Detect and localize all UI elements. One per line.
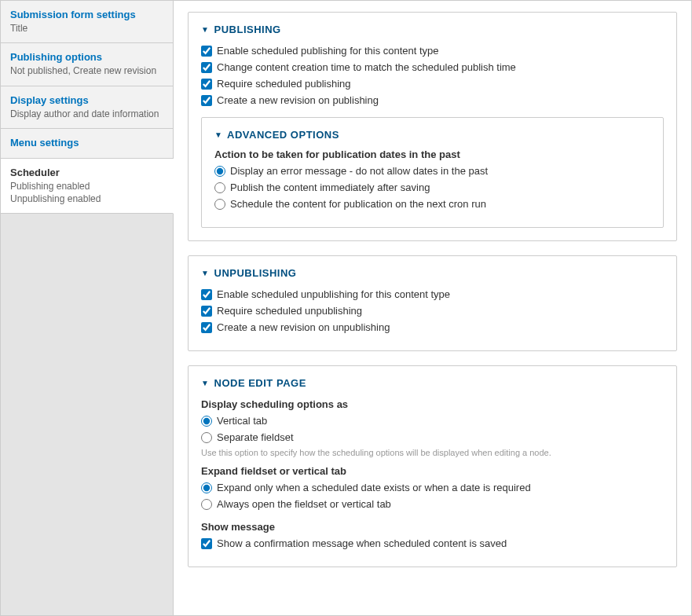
legend-text: PUBLISHING [214,24,281,35]
label-publish-revision[interactable]: Create a new revision on publishing [217,94,379,106]
checkbox-unpublish-revision[interactable] [201,322,212,333]
tab-content-scheduler: ▼ PUBLISHING Enable scheduled publishing… [174,1,691,615]
label-expand: Expand fieldset or vertical tab [201,465,664,477]
fieldset-legend-publishing[interactable]: ▼ PUBLISHING [201,24,664,35]
label-past-schedule-cron[interactable]: Schedule the content for publication on … [230,198,486,210]
legend-text: ADVANCED OPTIONS [227,129,339,141]
label-display-options: Display scheduling options as [201,398,664,410]
label-display-fieldset[interactable]: Separate fieldset [217,431,294,443]
radio-past-publish-now[interactable] [214,182,225,193]
triangle-down-icon: ▼ [201,379,209,387]
tab-title: Scheduler [10,167,163,180]
legend-text: UNPUBLISHING [214,267,297,279]
tab-display-settings[interactable]: Display settings Display author and date… [1,86,173,129]
tab-summary: Title [10,23,163,35]
label-publish-touch-time[interactable]: Change content creation time to match th… [217,61,516,73]
tab-title: Submission form settings [10,9,163,22]
label-unpublish-require[interactable]: Require scheduled unpublishing [217,305,362,317]
tab-summary: Not published, Create new revision [10,65,163,78]
fieldset-legend-advanced[interactable]: ▼ ADVANCED OPTIONS [214,129,650,141]
tab-scheduler[interactable]: Scheduler Publishing enabled Unpublishin… [1,159,174,214]
fieldset-node-edit-page: ▼ NODE EDIT PAGE Display scheduling opti… [188,365,677,567]
vertical-tabs-wrapper: Submission form settings Title Publishin… [0,0,692,616]
hint-display-options: Use this option to specify how the sched… [201,448,664,457]
label-unpublish-enable[interactable]: Enable scheduled unpublishing for this c… [217,288,450,300]
label-display-vertical-tab[interactable]: Vertical tab [217,415,267,427]
triangle-down-icon: ▼ [201,269,209,277]
vertical-tabs-sidebar: Submission form settings Title Publishin… [1,1,174,615]
label-past-publish-now[interactable]: Publish the content immediately after sa… [230,182,430,193]
checkbox-publish-require[interactable] [201,79,212,90]
tab-summary: Display author and date information [10,108,163,121]
fieldset-publishing: ▼ PUBLISHING Enable scheduled publishing… [188,12,677,241]
label-publish-enable[interactable]: Enable scheduled publishing for this con… [217,45,439,57]
fieldset-legend-unpublishing[interactable]: ▼ UNPUBLISHING [201,267,664,279]
legend-text: NODE EDIT PAGE [214,377,306,389]
triangle-down-icon: ▼ [214,130,222,139]
checkbox-publish-revision[interactable] [201,95,212,106]
label-past-action: Action to be taken for publication dates… [214,148,650,160]
label-expand-always[interactable]: Always open the fieldset or vertical tab [217,498,391,510]
label-show-message-cb[interactable]: Show a confirmation message when schedul… [217,537,507,549]
tab-menu-settings[interactable]: Menu settings [1,129,173,159]
tab-title: Menu settings [10,137,163,150]
triangle-down-icon: ▼ [201,25,209,34]
label-expand-conditional[interactable]: Expand only when a scheduled date exists… [217,482,531,493]
radio-display-fieldset[interactable] [201,432,212,443]
radio-expand-always[interactable] [201,499,212,510]
fieldset-legend-node-edit[interactable]: ▼ NODE EDIT PAGE [201,377,664,389]
fieldset-advanced-options: ▼ ADVANCED OPTIONS Action to be taken fo… [201,117,664,228]
fieldset-unpublishing: ▼ UNPUBLISHING Enable scheduled unpublis… [188,255,677,351]
radio-past-error[interactable] [214,166,225,177]
checkbox-unpublish-enable[interactable] [201,289,212,300]
checkbox-show-message[interactable] [201,538,212,549]
checkbox-unpublish-require[interactable] [201,306,212,317]
label-show-message: Show message [201,521,664,533]
radio-expand-conditional[interactable] [201,482,212,493]
radio-past-schedule-cron[interactable] [214,199,225,210]
checkbox-publish-touch-time[interactable] [201,62,212,73]
tab-title: Publishing options [10,51,163,64]
tab-summary: Publishing enabled Unpublishing enabled [10,181,163,205]
label-past-error[interactable]: Display an error message - do not allow … [230,165,488,177]
checkbox-publish-enable[interactable] [201,46,212,57]
radio-display-vertical-tab[interactable] [201,416,212,427]
tab-submission-form-settings[interactable]: Submission form settings Title [1,1,173,43]
label-publish-require[interactable]: Require scheduled publishing [217,78,351,90]
label-unpublish-revision[interactable]: Create a new revision on unpublishing [217,321,390,333]
tab-title: Display settings [10,94,163,108]
tab-publishing-options[interactable]: Publishing options Not published, Create… [1,43,173,86]
